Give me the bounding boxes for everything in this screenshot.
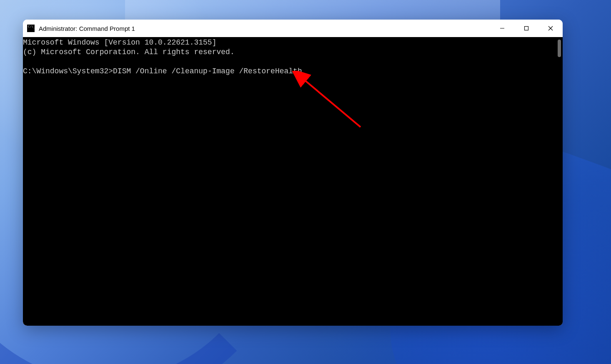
window-title: Administrator: Command Prompt 1 <box>39 25 490 32</box>
terminal-output[interactable]: Microsoft Windows [Version 10.0.22621.31… <box>23 37 554 326</box>
copyright-line: (c) Microsoft Corporation. All rights re… <box>23 48 235 56</box>
cmd-icon <box>27 25 35 32</box>
command-input[interactable]: DISM /Online /Cleanup-Image /RestoreHeal… <box>113 67 302 75</box>
window-controls <box>490 20 563 37</box>
scrollbar-thumb[interactable] <box>558 40 561 57</box>
prompt-path: C:\Windows\System32> <box>23 67 113 75</box>
command-prompt-window: Administrator: Command Prompt 1 Microsof… <box>23 20 563 326</box>
version-line: Microsoft Windows [Version 10.0.22621.31… <box>23 38 216 47</box>
maximize-button[interactable] <box>514 20 538 37</box>
close-button[interactable] <box>538 20 563 37</box>
scrollbar[interactable] <box>554 37 563 326</box>
terminal-area[interactable]: Microsoft Windows [Version 10.0.22621.31… <box>23 37 563 326</box>
minimize-button[interactable] <box>490 20 514 37</box>
titlebar[interactable]: Administrator: Command Prompt 1 <box>23 20 563 37</box>
svg-rect-1 <box>525 27 528 30</box>
